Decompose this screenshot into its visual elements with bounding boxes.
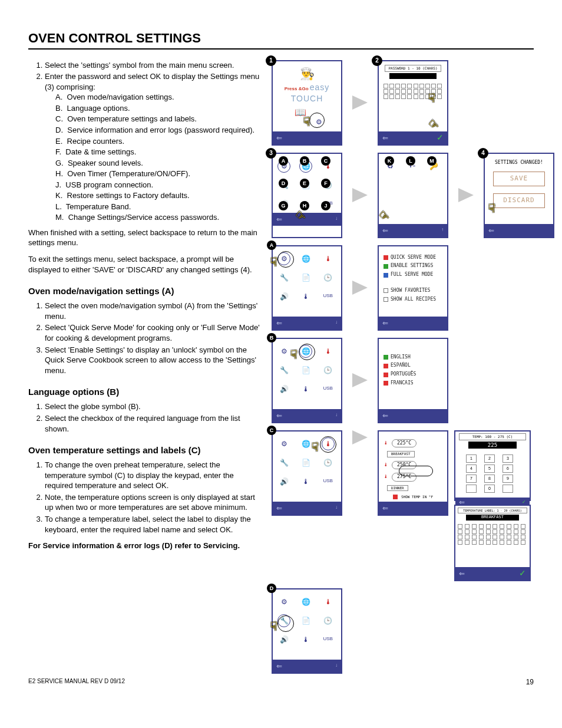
panel-mode-options: QUICK SERVE MODE ENABLE SETTINGS FULL SE…: [378, 245, 448, 331]
list-item: C. Oven temperature settings and labels.: [55, 114, 261, 124]
list-item: J. USB program connection.: [55, 180, 261, 190]
label-e: E: [300, 179, 309, 188]
label-a-outer: A: [267, 241, 276, 250]
pointing-hand-icon: ☞: [299, 116, 315, 126]
gear-icon: ⚙: [316, 117, 322, 127]
paragraph: To exit the settings menu, select backsp…: [28, 254, 261, 275]
panel-settings-menu-2: K L M ♻ 🌡≡ 🔑 ☞ ⇐↑: [378, 153, 448, 238]
badge-2: 2: [372, 55, 382, 66]
list-item: To change the oven preheat temperature, …: [45, 460, 261, 491]
list-item: Select the checkbox of the required lang…: [45, 413, 261, 434]
counter-icon: 📄: [299, 364, 312, 377]
label-m: M: [427, 156, 437, 166]
list-item: To change a temperature label, select th…: [45, 514, 261, 535]
arrow-icon: [348, 373, 372, 387]
paragraph: When finished with a setting, select bac…: [28, 228, 261, 248]
label-c: C: [321, 156, 330, 166]
back-icon: ⇐: [488, 226, 494, 235]
list-item: Select 'Enable Settings' to display an '…: [45, 345, 261, 376]
list-item: E. Recipe counters.: [55, 136, 261, 147]
counter-icon: 📄: [299, 271, 312, 284]
usb-icon: USB: [322, 475, 335, 488]
back-icon: ⇐: [276, 318, 282, 328]
clock-icon: 🕒: [322, 271, 335, 284]
chef-hat-icon: 👨‍🍳: [277, 66, 336, 82]
ok-check-icon: ✓: [519, 568, 526, 579]
gear-icon: ⚙: [277, 437, 290, 450]
list-item: B. Language options.: [55, 103, 261, 114]
save-button[interactable]: SAVE: [493, 172, 545, 186]
counter-icon: 📄: [299, 456, 312, 469]
speaker-icon: 🔊: [277, 383, 290, 396]
arrow-icon: [348, 95, 372, 110]
panel-save-discard: 4 SETTINGS CHANGED! SAVE DISCARD ☞ ⇐: [484, 153, 554, 238]
settings-changed-title: SETTINGS CHANGED!: [485, 160, 553, 166]
panel-settings-menu: 3 A B C D E F G H J ⚙ 🌐 🌡 🔧 📄 🕒 🔊: [272, 153, 342, 238]
keyboard-value: BREAKFAST: [466, 515, 519, 520]
footer-rev: E2 SERVICE MANUAL REV D 09/12: [28, 677, 125, 687]
label-d-outer: D: [267, 584, 276, 593]
list-item: M. Change Settings/Service access passwo…: [55, 212, 261, 223]
list-item: Enter the password and select OK to disp…: [45, 71, 261, 223]
section-a-heading: Oven mode/navigation settings (A): [28, 285, 261, 297]
list-item: Select 'Quick Serve Mode' for cooking on…: [45, 322, 261, 343]
label-b-outer: B: [267, 333, 276, 342]
password-header: PASSWORD 1 - 10 (CHARS): [385, 65, 441, 72]
panel-settings-grid-d: D ⚙ 🌐 🌡 🔧 📄 🕒 🔊 🌡 USB ☞ ⇐↓: [272, 588, 342, 674]
temp-225[interactable]: 225°C: [392, 439, 416, 448]
option-portugues[interactable]: PORTUGUÊS: [391, 371, 416, 378]
globe-icon: 🌐: [299, 595, 312, 608]
option-francais[interactable]: FRANCAIS: [391, 380, 414, 387]
label-c-outer: C: [267, 426, 276, 435]
wrench-icon: 🔧: [277, 364, 290, 377]
back-icon: ⇐: [276, 661, 282, 671]
timer-icon: 🌡: [299, 475, 312, 488]
label-l: L: [406, 156, 415, 166]
numeric-keypad[interactable]: 123 456 789 0: [455, 450, 530, 498]
panel-settings-grid-b: B ⚙ 🌐 🌡 🔧 📄 🕒 🔊 🌡 USB ☞ ⇐↓: [272, 338, 342, 423]
section-c-heading: Oven temperature settings and labels (C): [28, 444, 261, 456]
pointing-hand-icon: ☞: [266, 620, 282, 631]
wrench-icon: 🔧: [277, 456, 290, 469]
temp-label-breakfast[interactable]: BREAKFAST: [387, 451, 415, 457]
page-number: 19: [526, 677, 534, 687]
option-show-favorites[interactable]: SHOW FAVORITES: [391, 288, 430, 294]
circle-temp-250: [399, 466, 433, 476]
label-j: J: [321, 201, 330, 210]
discard-button[interactable]: DISCARD: [493, 193, 545, 208]
timer-icon: 🌡: [299, 383, 312, 396]
list-item: H. Oven Timer (Temperature/ON/OFF).: [55, 169, 261, 179]
clock-icon: 🕒: [322, 614, 335, 627]
thermometer-icon: 🌡: [322, 345, 335, 358]
temp-label-dinner[interactable]: DINNER: [387, 485, 408, 491]
option-english[interactable]: ENGLISH: [391, 354, 411, 361]
panel-language-options: ENGLISH ESPAÑOL PORTUGUÊS FRANCAIS ⇐: [378, 338, 448, 423]
timer-icon: 🌡: [299, 290, 312, 303]
globe-icon: 🌐: [299, 252, 312, 265]
pointing-hand-icon: ☞: [266, 256, 282, 266]
back-icon: ⇐: [382, 133, 388, 143]
option-espanol[interactable]: ESPAÑOL: [391, 363, 411, 369]
counter-icon: 📄: [299, 614, 312, 627]
option-quick-serve[interactable]: QUICK SERVE MODE: [391, 255, 436, 261]
label-g: G: [279, 201, 288, 210]
list-item: Select the oven mode/navigation symbol (…: [45, 301, 261, 321]
option-show-all-recipes[interactable]: SHOW ALL RECIPES: [391, 297, 436, 303]
panel-password: 2 PASSWORD 1 - 10 (CHARS) ☞ ☞ ⇐✓: [378, 60, 448, 146]
alpha-keyboard[interactable]: [455, 522, 530, 547]
up-arrow-icon: ↑: [441, 227, 444, 233]
badge-1: 1: [266, 55, 276, 66]
badge-4: 4: [478, 148, 488, 159]
panel-settings-grid-a: A ⚙ 🌐 🌡 🔧 📄 🕒 🔊 🌡 USB ☞ ⇐↓: [272, 245, 342, 331]
panel-temperatures: 🌡225°C BREAKFAST 🌡250°C 🌡275°C DINNER SH…: [378, 430, 448, 516]
gear-icon: ⚙: [277, 595, 290, 608]
list-item: G. Speaker sound levels.: [55, 158, 261, 169]
option-enable-settings[interactable]: ENABLE SETTINGS: [391, 263, 433, 269]
label-a: A: [279, 156, 288, 166]
down-arrow-icon: ↓: [335, 216, 338, 222]
arrow-icon: [348, 430, 372, 444]
option-full-serve[interactable]: FULL SERVE MODE: [391, 272, 433, 278]
usb-icon: USB: [322, 290, 335, 303]
label-b: B: [300, 156, 309, 166]
show-temp-f[interactable]: SHOW TEMP IN °F: [401, 495, 433, 499]
